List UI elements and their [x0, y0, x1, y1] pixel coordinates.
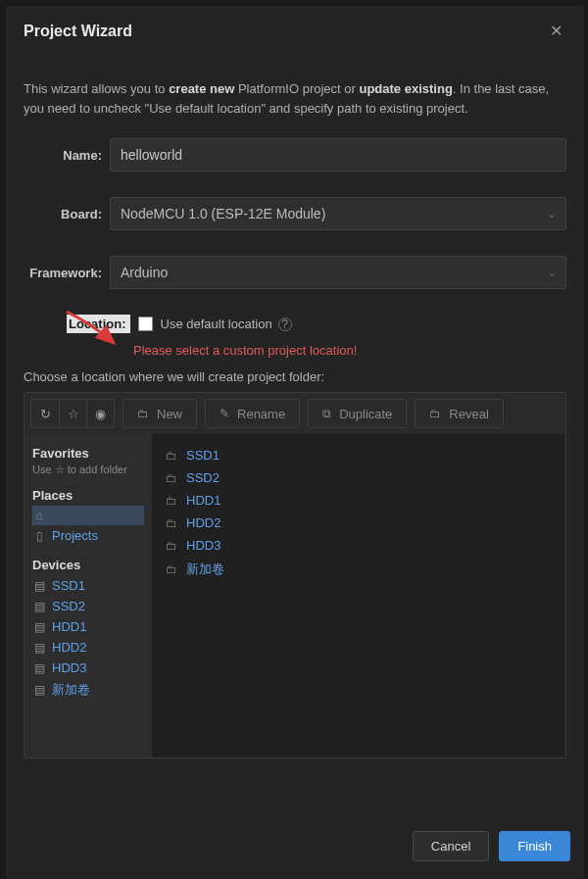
- sidebar-item-home[interactable]: ⌂: [32, 506, 144, 525]
- folder-item[interactable]: 🗀HDD3: [166, 534, 552, 557]
- folder-item[interactable]: 🗀HDD1: [166, 489, 552, 512]
- folder-label: SSD1: [186, 448, 220, 463]
- device-label: HDD2: [52, 640, 86, 655]
- disk-icon: ▤: [32, 641, 46, 655]
- folder-icon: 🗀: [166, 516, 179, 530]
- location-error: Please select a custom project location!: [133, 343, 566, 358]
- new-label: New: [157, 407, 182, 421]
- reveal-label: Reveal: [449, 407, 488, 421]
- dialog-title: Project Wizard: [24, 23, 546, 40]
- folder-item[interactable]: 🗀HDD2: [166, 512, 552, 534]
- cancel-button[interactable]: Cancel: [413, 831, 489, 861]
- device-label: HDD1: [52, 619, 86, 634]
- dialog-body: This wizard allows you to create new Pla…: [6, 54, 584, 813]
- browser-body: Favorites Use ☆ to add folder Places ⌂ ▯…: [24, 434, 565, 757]
- label-framework: Framework:: [24, 266, 110, 280]
- folder-label: HDD3: [186, 538, 220, 553]
- device-label: HDD3: [52, 660, 86, 675]
- finish-button[interactable]: Finish: [499, 831, 570, 861]
- sidebar-item-device[interactable]: ▤SSD2: [32, 596, 144, 616]
- row-name: Name:: [24, 138, 566, 171]
- rename-label: Rename: [237, 407, 285, 421]
- browser-toolbar: ↻ ☆ ◉ 🗀 New ✎ Rename ⧉ Duplicate 🗀: [24, 393, 565, 434]
- folder-icon: 🗀: [166, 494, 179, 508]
- device-label: 新加卷: [52, 681, 90, 699]
- view-button-group: ↻ ☆ ◉: [30, 399, 115, 428]
- folder-icon: 🗀: [166, 471, 179, 485]
- sidebar-item-device[interactable]: ▤HDD2: [32, 637, 144, 658]
- sidebar-item-projects[interactable]: ▯ Projects: [32, 525, 144, 546]
- folder-item[interactable]: 🗀SSD2: [166, 466, 552, 489]
- device-label: SSD2: [52, 599, 85, 613]
- folder-item[interactable]: 🗀新加卷: [166, 557, 552, 582]
- visibility-button[interactable]: ◉: [86, 400, 114, 427]
- new-folder-icon: 🗀: [137, 407, 149, 420]
- chevron-down-icon: ⌄: [548, 268, 556, 278]
- folder-icon: 🗀: [166, 539, 179, 553]
- browser-sidebar: Favorites Use ☆ to add folder Places ⌂ ▯…: [24, 434, 152, 757]
- close-icon[interactable]: ✕: [546, 20, 566, 42]
- folder-icon: 🗀: [429, 407, 441, 420]
- row-framework: Framework: Arduino ⌄: [24, 256, 566, 289]
- label-location: Location:: [67, 315, 130, 333]
- projects-label: Projects: [52, 528, 98, 543]
- intro-pre: This wizard allows you to: [24, 81, 169, 96]
- bookmark-icon: ▯: [32, 529, 46, 543]
- disk-icon: ▤: [32, 600, 46, 613]
- rename-button[interactable]: ✎ Rename: [205, 399, 300, 428]
- intro-text: This wizard allows you to create new Pla…: [24, 79, 566, 119]
- sidebar-item-device[interactable]: ▤HDD3: [32, 658, 144, 678]
- folder-label: HDD2: [186, 515, 220, 530]
- framework-value: Arduino: [121, 265, 168, 280]
- sidebar-item-device[interactable]: ▤新加卷: [32, 678, 144, 702]
- sidebar-item-device[interactable]: ▤HDD1: [32, 616, 144, 637]
- disk-icon: ▤: [32, 661, 46, 675]
- row-board: Board: NodeMCU 1.0 (ESP-12E Module) ⌄: [24, 197, 566, 230]
- choose-location-text: Choose a location where we will create p…: [24, 369, 566, 384]
- board-select[interactable]: NodeMCU 1.0 (ESP-12E Module) ⌄: [110, 197, 566, 230]
- device-label: SSD1: [52, 578, 85, 593]
- dialog-footer: Cancel Finish: [6, 813, 584, 879]
- board-value: NodeMCU 1.0 (ESP-12E Module): [121, 206, 325, 221]
- disk-icon: ▤: [32, 620, 46, 634]
- use-default-location-checkbox[interactable]: [138, 317, 153, 331]
- duplicate-button[interactable]: ⧉ Duplicate: [308, 399, 407, 428]
- folder-label: 新加卷: [186, 561, 224, 578]
- copy-icon: ⧉: [322, 407, 331, 420]
- name-input[interactable]: [110, 138, 566, 171]
- framework-select[interactable]: Arduino ⌄: [110, 256, 566, 289]
- places-heading: Places: [32, 488, 144, 503]
- home-icon: ⌂: [32, 509, 46, 522]
- intro-bold1: create new: [169, 81, 234, 96]
- label-name: Name:: [24, 148, 110, 163]
- intro-bold2: update existing: [359, 81, 452, 96]
- use-default-location-label: Use default location: [161, 317, 272, 331]
- folder-icon: 🗀: [166, 449, 179, 463]
- duplicate-label: Duplicate: [339, 407, 392, 421]
- disk-icon: ▤: [32, 683, 46, 697]
- folder-icon: 🗀: [166, 562, 179, 576]
- refresh-button[interactable]: ↻: [31, 400, 59, 427]
- devices-heading: Devices: [32, 558, 144, 572]
- disk-icon: ▤: [32, 579, 46, 593]
- help-icon[interactable]: ?: [278, 317, 292, 331]
- titlebar: Project Wizard ✕: [6, 6, 584, 54]
- new-button[interactable]: 🗀 New: [122, 399, 197, 428]
- location-browser: ↻ ☆ ◉ 🗀 New ✎ Rename ⧉ Duplicate 🗀: [24, 392, 566, 758]
- reveal-button[interactable]: 🗀 Reveal: [415, 399, 503, 428]
- sidebar-item-device[interactable]: ▤SSD1: [32, 575, 144, 596]
- row-location: Location: Use default location ?: [24, 315, 566, 333]
- pencil-icon: ✎: [220, 407, 229, 420]
- favorites-heading: Favorites: [32, 446, 144, 461]
- folder-label: SSD2: [186, 470, 220, 485]
- project-wizard-dialog: Project Wizard ✕ This wizard allows you …: [6, 6, 584, 879]
- folder-label: HDD1: [186, 493, 220, 508]
- folder-item[interactable]: 🗀SSD1: [166, 444, 552, 466]
- chevron-down-icon: ⌄: [548, 209, 556, 220]
- favorites-hint: Use ☆ to add folder: [32, 464, 144, 476]
- label-board: Board:: [24, 207, 110, 221]
- favorite-button[interactable]: ☆: [59, 400, 86, 427]
- intro-mid: PlatformIO project or: [234, 81, 359, 96]
- browser-content: 🗀SSD1 🗀SSD2 🗀HDD1 🗀HDD2 🗀HDD3 🗀新加卷: [152, 434, 565, 757]
